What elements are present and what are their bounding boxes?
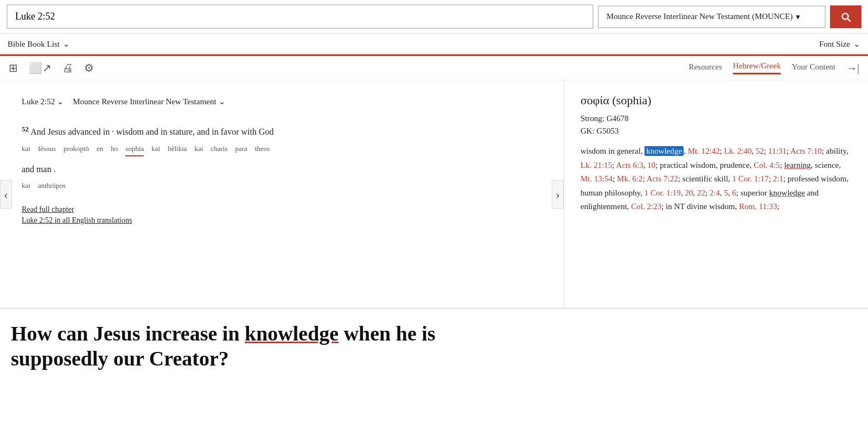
columns-icon[interactable]: ⊞ (9, 61, 18, 74)
secondary-bar: Bible Book List ⌄ Font Size ⌄ (0, 34, 868, 56)
greek-word: kai (195, 142, 203, 156)
interlinear-row-1: kai Iēsous prokoptō en ho sophia kai hēl… (22, 142, 542, 156)
ref-link[interactable]: Lk. 21:15 (580, 161, 612, 169)
ref-link[interactable]: 20 (685, 188, 693, 197)
toolbar-left: ⊞ ⬜↗ 🖨 ⚙ (9, 61, 94, 74)
ref-link[interactable]: Acts 7:22 (647, 174, 678, 183)
ref-link[interactable]: Rom. 11:33 (739, 202, 777, 211)
knowledge-text: knowledge (769, 188, 805, 197)
reference-link[interactable]: Luke 2:52 ⌄ (22, 97, 64, 106)
print-icon[interactable]: 🖨 (62, 62, 73, 74)
ref-link[interactable]: 52 (756, 147, 764, 155)
chevron-down-icon: ⌄ (219, 97, 226, 106)
article-section: How can Jesus increase in knowledge when… (0, 308, 868, 382)
gk-ref: GK: G5053 (580, 127, 852, 136)
greek-word: ho (111, 142, 118, 156)
ref-link[interactable]: 5 (724, 188, 728, 197)
knowledge-underlined: knowledge (245, 322, 339, 345)
ref-link[interactable]: 11:31 (768, 147, 787, 155)
bible-reference: Luke 2:52 ⌄ Mounce Reverse Interlinear N… (22, 97, 542, 106)
next-chapter-button[interactable]: › (552, 180, 564, 209)
ref-link[interactable]: 1 Cor. 1:17 (732, 174, 769, 183)
greek-word: prokoptō (63, 142, 89, 156)
article-title: How can Jesus increase in knowledge when… (11, 322, 499, 371)
font-size-button[interactable]: Font Size ⌄ (819, 39, 860, 49)
tab-your-content[interactable]: Your Content (792, 62, 835, 74)
verse-line-2: and man . (22, 162, 542, 178)
settings-icon[interactable]: ⚙ (84, 61, 94, 74)
greek-panel: σοφία (sophia) Strong: G4678 GK: G5053 w… (564, 80, 868, 308)
toolbar-right: Resources Hebrew/Greek Your Content →| (688, 61, 859, 74)
greek-word: anthrōpos (38, 179, 66, 192)
ref-link[interactable]: Mk. 6:2 (617, 174, 643, 183)
greek-word: hēlikia (168, 142, 187, 156)
greek-word: para (235, 142, 247, 156)
ref-link[interactable]: 6 (732, 188, 736, 197)
ref-link[interactable]: 22 (697, 188, 705, 197)
top-bar: Mounce Reverse Interlinear New Testament… (0, 0, 868, 34)
ref-link[interactable]: 10 (647, 161, 655, 169)
greek-word: theos (255, 142, 270, 156)
bible-panel: ‹ Luke 2:52 ⌄ Mounce Reverse Interlinear… (0, 80, 564, 308)
ref-link[interactable]: 1 Cor. 1:19 (644, 188, 681, 197)
tab-hebrew-greek[interactable]: Hebrew/Greek (733, 61, 781, 74)
verse-line-1: 52 And Jesus advanced in · wisdom and in… (22, 123, 542, 140)
panel-collapse-icon[interactable]: →| (846, 62, 859, 74)
search-button[interactable] (830, 5, 861, 28)
bible-book-list-button[interactable]: Bible Book List ⌄ (8, 39, 70, 49)
chevron-down-icon: ▾ (796, 12, 800, 22)
chevron-down-icon: ⌄ (63, 39, 70, 49)
verse-number: 52 (22, 125, 29, 133)
search-input[interactable] (7, 4, 593, 29)
verse-text-2: and man . (22, 165, 56, 174)
knowledge-highlight: knowledge (644, 146, 684, 156)
ref-link[interactable]: Mt. 12:42 (688, 147, 720, 155)
ref-link[interactable]: Acts 6:3 (616, 161, 643, 169)
version-label: Mounce Reverse Interlinear New Testament… (607, 12, 793, 21)
ref-link[interactable]: Col. 2:23 (631, 202, 661, 211)
ref-link[interactable]: Acts 7:10 (790, 147, 822, 155)
version-link[interactable]: Mounce Reverse Interlinear New Testament… (73, 97, 225, 106)
greek-word: kai (22, 142, 30, 156)
external-link-icon[interactable]: ⬜↗ (29, 61, 52, 74)
ref-link[interactable]: 2:1 (773, 174, 783, 183)
all-translations-link[interactable]: Luke 2:52 in all English translations (22, 216, 542, 225)
learning-text: learning (784, 161, 810, 169)
chapter-links: Read full chapter Luke 2:52 in all Engli… (22, 205, 542, 225)
ref-link[interactable]: 2:4 (710, 188, 720, 197)
main-content: ‹ Luke 2:52 ⌄ Mounce Reverse Interlinear… (0, 80, 868, 308)
sophia-word[interactable]: sophia (125, 142, 144, 156)
toolbar: ⊞ ⬜↗ 🖨 ⚙ Resources Hebrew/Greek Your Con… (0, 56, 868, 80)
greek-word: charis (210, 142, 227, 156)
prev-chapter-button[interactable]: ‹ (0, 180, 12, 209)
greek-word: kai (22, 179, 30, 192)
font-size-label: Font Size (819, 40, 850, 49)
tab-resources[interactable]: Resources (688, 62, 722, 74)
verse-text-1: And Jesus advanced in · wisdom and in st… (30, 127, 273, 136)
read-full-chapter-link[interactable]: Read full chapter (22, 205, 542, 214)
bible-book-list-label: Bible Book List (8, 40, 60, 49)
verse-block: 52 And Jesus advanced in · wisdom and in… (22, 123, 542, 192)
greek-word: en (97, 142, 103, 156)
strong-ref: Strong: G4678 (580, 114, 852, 123)
greek-title: σοφία (sophia) (580, 93, 852, 108)
chevron-down-icon: ⌄ (57, 97, 64, 106)
version-text: Mounce Reverse Interlinear New Testament (73, 97, 216, 106)
interlinear-row-2: kai anthrōpos (22, 179, 542, 192)
ref-link[interactable]: Col. 4:5 (754, 161, 780, 169)
reference-text: Luke 2:52 (22, 97, 55, 106)
greek-word: Iēsous (38, 142, 56, 156)
definition-text: wisdom in general, knowledge, Mt. 12:42;… (580, 144, 852, 214)
ref-link[interactable]: Mt. 13:54 (580, 174, 612, 183)
search-icon (840, 11, 852, 23)
ref-link[interactable]: Lk. 2:40 (724, 147, 752, 155)
chevron-down-icon: ⌄ (853, 39, 860, 49)
version-select[interactable]: Mounce Reverse Interlinear New Testament… (598, 5, 826, 28)
greek-word: kai (151, 142, 160, 156)
